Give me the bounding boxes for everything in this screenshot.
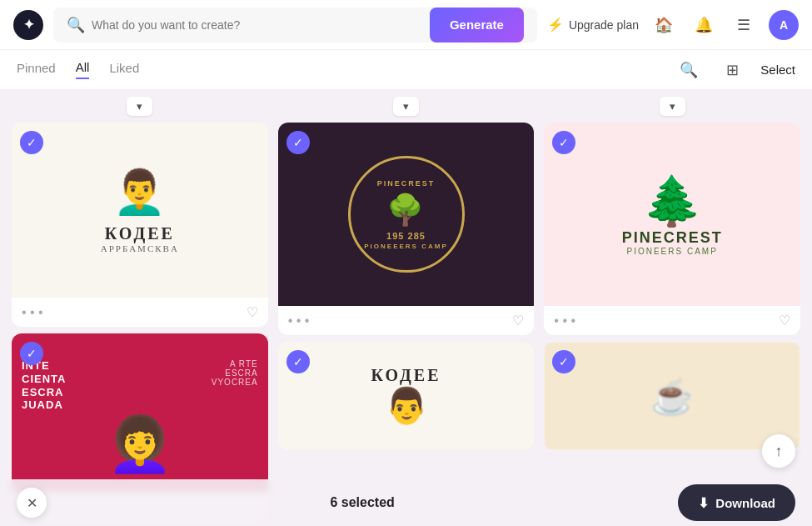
columns-wrapper: ▾ ✓ 👨‍🦱 КОДЕЕ АРРБАМСКBA • • • ♡ xyxy=(0,90,812,526)
kodee-brand-1: КОДЕЕ xyxy=(101,224,179,243)
dropdown-row-1: ▾ xyxy=(12,97,268,116)
top-nav: ✦ 🔍 Generate ⚡ Upgrade plan 🏠 🔔 ☰ A xyxy=(0,0,812,50)
bell-icon: 🔔 xyxy=(695,16,713,34)
card-actions-1: • • • ♡ xyxy=(12,298,268,327)
like-button-3[interactable]: ♡ xyxy=(779,313,790,328)
pinecrest-color-sub: PIONEERS CAMP xyxy=(626,247,717,256)
dropdown-1[interactable]: ▾ xyxy=(127,97,152,116)
generate-button[interactable]: Generate xyxy=(430,8,524,43)
close-icon: ✕ xyxy=(27,495,37,511)
badge-container: PINECREST 🌳 195 285 PIONEEERS CAMP xyxy=(348,156,465,273)
like-button-2[interactable]: ♡ xyxy=(512,313,524,328)
check-circle-5[interactable]: ✓ xyxy=(286,350,310,373)
coffee-icon: ☕ xyxy=(650,376,694,417)
bottom-bar: ✕ 6 selected ⬇ Download xyxy=(0,479,812,526)
tabs: Pinned All Liked xyxy=(17,60,139,79)
search-tab-icon: 🔍 xyxy=(680,61,698,79)
check-circle-1[interactable]: ✓ xyxy=(20,131,43,154)
poster-title: INTECIENTAESCRAJUADA xyxy=(22,359,137,411)
scroll-top-button[interactable]: ↑ xyxy=(762,434,795,468)
card-pinecrest-color[interactable]: ✓ 🌲 PINECREST PIONEERS CAMP • • • ♡ xyxy=(544,123,800,335)
menu-icon: ☰ xyxy=(737,16,750,34)
check-circle-4[interactable]: ✓ xyxy=(20,342,43,365)
pinecrest-light-image: 🌲 PINECREST PIONEERS CAMP xyxy=(544,123,800,306)
poster-image: INTECIENTAESCRAJUADA A RTEESCRAVYOCREA 👩… xyxy=(12,333,268,492)
column-1: ▾ ✓ 👨‍🦱 КОДЕЕ АРРБАМСКBA • • • ♡ xyxy=(7,97,273,526)
search-icon: 🔍 xyxy=(67,16,85,34)
kodee-tagline-1: АРРБАМСКBA xyxy=(101,243,179,253)
man-icon: 👨‍🦱 xyxy=(101,167,179,218)
pinecrest-bottom: PIONEEERS CAMP xyxy=(364,243,447,250)
more-options-2[interactable]: • • • xyxy=(288,313,310,328)
pinecrest-dark-image: PINECREST 🌳 195 285 PIONEEERS CAMP xyxy=(278,123,535,306)
pinecrest-color-content: 🌲 PINECREST PIONEERS CAMP xyxy=(614,164,731,264)
lightning-icon: ⚡ xyxy=(547,17,564,33)
card-kodee-2[interactable]: ✓ КОДЕЕ 👨 xyxy=(278,342,535,450)
tree-icon: 🌳 xyxy=(386,193,426,228)
download-icon: ⬇ xyxy=(698,495,709,511)
upgrade-button[interactable]: ⚡ Upgrade plan xyxy=(547,17,639,33)
column-2: ▾ ✓ PINECREST 🌳 195 285 PIONEEERS CAMP xyxy=(273,97,540,526)
more-options-1[interactable]: • • • xyxy=(22,305,43,320)
search-input[interactable] xyxy=(92,18,423,32)
man-icon-2: 👨 xyxy=(371,385,441,426)
close-selection-button[interactable]: ✕ xyxy=(17,488,47,518)
grid-view-button[interactable]: ⊞ xyxy=(717,55,747,85)
selected-count: 6 selected xyxy=(330,495,394,510)
tab-liked[interactable]: Liked xyxy=(109,61,139,78)
home-icon: 🏠 xyxy=(655,16,673,34)
tabs-right: 🔍 ⊞ Select xyxy=(674,55,795,85)
like-button-1[interactable]: ♡ xyxy=(247,304,258,320)
content-area: ▾ ✓ 👨‍🦱 КОДЕЕ АРРБАМСКBA • • • ♡ xyxy=(0,90,812,526)
avatar-button[interactable]: A xyxy=(769,10,799,40)
tab-pinned[interactable]: Pinned xyxy=(17,61,56,78)
dropdown-row-3: ▾ xyxy=(544,97,800,116)
check-circle-2[interactable]: ✓ xyxy=(286,131,310,154)
poster-subtitle: A RTEESCRAVYOCREA xyxy=(143,359,258,387)
select-button[interactable]: Select xyxy=(760,63,795,77)
kodee-coffee-image: 👨‍🦱 КОДЕЕ АРРБАМСКBA xyxy=(12,123,268,298)
card-pinecrest-dark[interactable]: ✓ PINECREST 🌳 195 285 PIONEEERS CAMP • •… xyxy=(278,123,535,335)
home-button[interactable]: 🏠 xyxy=(649,10,679,40)
pinecrest-color-brand: PINECREST xyxy=(622,229,723,247)
notifications-button[interactable]: 🔔 xyxy=(689,10,719,40)
grid-icon: ⊞ xyxy=(726,61,739,79)
dropdown-row-2: ▾ xyxy=(278,97,535,116)
menu-button[interactable]: ☰ xyxy=(729,10,759,40)
tab-all[interactable]: All xyxy=(76,60,90,79)
download-button[interactable]: ⬇ Download xyxy=(678,484,795,521)
chevron-up-icon: ↑ xyxy=(775,443,783,460)
coffee-image: ☕ xyxy=(544,342,800,450)
more-options-3[interactable]: • • • xyxy=(554,313,575,328)
kodee-brand-2: КОДЕЕ xyxy=(371,366,441,385)
woman-icon: 👩‍🦱 xyxy=(107,413,173,476)
pinecrest-top: PINECREST xyxy=(377,179,436,188)
card-kodee-coffee[interactable]: ✓ 👨‍🦱 КОДЕЕ АРРБАМСКBA • • • ♡ xyxy=(12,123,268,327)
card-actions-3: • • • ♡ xyxy=(544,306,800,335)
tree-color-icon: 🌲 xyxy=(642,173,702,229)
pinecrest-number: 195 285 xyxy=(386,231,426,241)
card-actions-2: • • • ♡ xyxy=(278,306,535,335)
search-tab-button[interactable]: 🔍 xyxy=(674,55,704,85)
tabs-bar: Pinned All Liked 🔍 ⊞ Select xyxy=(0,50,812,90)
kodee-2-image: КОДЕЕ 👨 xyxy=(278,342,535,450)
dropdown-2[interactable]: ▾ xyxy=(393,97,419,116)
dropdown-3[interactable]: ▾ xyxy=(660,97,685,116)
app-logo: ✦ xyxy=(13,10,43,40)
pinecrest-badge: PINECREST 🌳 195 285 PIONEEERS CAMP xyxy=(348,156,465,273)
search-bar: 🔍 Generate xyxy=(53,8,537,43)
card-coffee-blur[interactable]: ✓ ☕ xyxy=(544,342,800,450)
